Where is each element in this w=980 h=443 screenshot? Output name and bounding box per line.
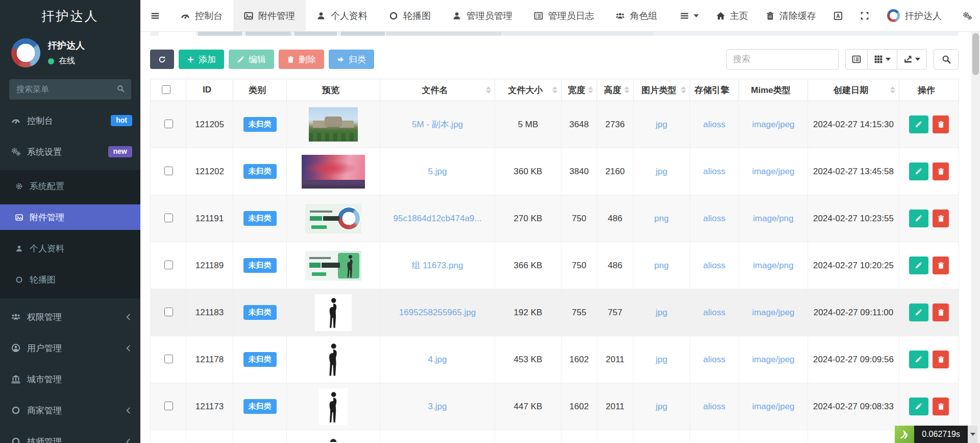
column-header-imagetype[interactable]: 图片类型	[633, 79, 690, 101]
imagetype-link[interactable]: jpg	[656, 167, 668, 176]
row-checkbox[interactable]	[164, 120, 173, 128]
row-edit-button[interactable]	[909, 351, 928, 368]
filename-link[interactable]: 95c1864d12cb474a9...	[394, 214, 482, 223]
mime-link[interactable]: image/jpeg	[752, 167, 794, 176]
filename-link[interactable]: 5.jpg	[428, 167, 447, 176]
preview-image[interactable]	[302, 155, 365, 189]
row-delete-button[interactable]	[933, 162, 949, 180]
storage-link[interactable]: alioss	[703, 120, 725, 129]
vertical-scrollbar[interactable]	[971, 32, 980, 443]
sidebar-item-system-config[interactable]: 系统配置	[0, 173, 140, 199]
refresh-button[interactable]	[150, 50, 174, 69]
imagetype-link[interactable]: jpg	[656, 402, 668, 411]
imagetype-link[interactable]: png	[654, 261, 669, 270]
delete-button[interactable]: 删除	[279, 50, 324, 69]
debugbar-toggle[interactable]	[968, 426, 977, 443]
preview-image[interactable]	[305, 251, 361, 281]
language-button[interactable]	[825, 0, 851, 31]
row-delete-button[interactable]	[933, 304, 949, 321]
sidebar-item-attachment[interactable]: 附件管理	[0, 204, 140, 230]
settings-button[interactable]	[950, 0, 977, 31]
row-delete-button[interactable]	[933, 398, 949, 415]
row-edit-button[interactable]	[909, 115, 928, 133]
mime-link[interactable]: image/jpeg	[752, 308, 794, 317]
thinkphp-logo-icon[interactable]	[895, 426, 914, 443]
table-search-input[interactable]	[726, 49, 839, 69]
row-delete-button[interactable]	[933, 257, 949, 274]
tab-console[interactable]: 控制台	[170, 0, 233, 31]
storage-link[interactable]: alioss	[703, 355, 725, 364]
sidebar-item-city-management[interactable]: 城市管理	[0, 366, 140, 392]
user-menu[interactable]: 扞护达人	[878, 0, 950, 31]
sidebar-item-permission[interactable]: 权限管理	[0, 304, 140, 330]
columns-dropdown-button[interactable]	[867, 49, 897, 69]
storage-link[interactable]: alioss	[703, 214, 725, 223]
storage-link[interactable]: alioss	[703, 308, 725, 317]
row-edit-button[interactable]	[909, 209, 928, 227]
sort-icon[interactable]	[624, 86, 629, 94]
filename-link[interactable]: 4.jpg	[428, 355, 447, 364]
sidebar-item-carousel[interactable]: 轮播图	[0, 267, 140, 292]
edit-button[interactable]: 编辑	[229, 50, 274, 69]
row-checkbox[interactable]	[164, 167, 173, 175]
tab-admin-management[interactable]: 管理员管理	[442, 0, 523, 31]
tab-role-group[interactable]: 角色组	[605, 0, 668, 31]
row-edit-button[interactable]	[909, 257, 928, 274]
preview-image[interactable]	[309, 107, 358, 142]
tab-list-dropdown-button[interactable]	[671, 0, 707, 31]
sidebar-item-user-management[interactable]: 用户管理	[0, 335, 140, 361]
storage-link[interactable]: alioss	[703, 167, 725, 176]
imagetype-link[interactable]: jpg	[656, 308, 668, 317]
filename-link[interactable]: 1695258255965.jpg	[399, 308, 476, 317]
filename-link[interactable]: 组 11673.png	[412, 261, 463, 270]
preview-image[interactable]	[323, 431, 344, 442]
column-header-created[interactable]: 创建日期	[808, 79, 899, 101]
sort-icon[interactable]	[588, 86, 593, 94]
sidebar-search-input[interactable]	[9, 79, 131, 100]
preview-image[interactable]	[323, 341, 344, 379]
mime-link[interactable]: image/jpeg	[752, 120, 794, 129]
tab-carousel[interactable]: 轮播图	[378, 0, 442, 31]
sidebar-toggle-button[interactable]	[140, 0, 170, 31]
sidebar-item-profile[interactable]: 个人资料	[0, 236, 140, 261]
scrollbar-thumb[interactable]	[972, 33, 979, 75]
sidebar-item-merchant-management[interactable]: 商家管理	[0, 398, 140, 423]
sidebar-item-system-settings[interactable]: 系统设置 new	[0, 139, 140, 165]
select-all-checkbox[interactable]	[162, 85, 170, 94]
column-header-filesize[interactable]: 文件大小	[495, 79, 561, 101]
row-checkbox[interactable]	[164, 214, 173, 222]
preview-image[interactable]	[315, 294, 352, 331]
row-delete-button[interactable]	[933, 209, 949, 227]
sort-icon[interactable]	[486, 86, 491, 94]
detail-view-button[interactable]	[845, 49, 868, 69]
row-checkbox[interactable]	[164, 308, 173, 316]
imagetype-link[interactable]: jpg	[656, 120, 668, 129]
sort-icon[interactable]	[890, 86, 895, 94]
column-header-id[interactable]: ID	[186, 79, 233, 101]
tab-profile[interactable]: 个人资料	[306, 0, 378, 31]
mime-link[interactable]: image/jpeg	[752, 355, 794, 364]
row-edit-button[interactable]	[909, 162, 928, 180]
preview-image[interactable]	[319, 388, 348, 425]
export-dropdown-button[interactable]	[897, 49, 927, 69]
row-checkbox[interactable]	[164, 261, 173, 269]
row-delete-button[interactable]	[933, 115, 949, 133]
column-header-storage[interactable]: 存储引擎	[690, 79, 739, 101]
column-header-width[interactable]: 宽度	[561, 79, 597, 101]
sort-icon[interactable]	[681, 86, 686, 94]
preview-image[interactable]	[305, 204, 361, 234]
imagetype-link[interactable]: png	[654, 214, 669, 223]
add-button[interactable]: 添加	[179, 50, 224, 69]
search-toggle-button[interactable]	[934, 49, 959, 69]
row-edit-button[interactable]	[909, 398, 928, 415]
column-header-mime[interactable]: Mime类型	[739, 79, 808, 101]
row-checkbox[interactable]	[164, 355, 173, 363]
search-icon[interactable]	[117, 85, 125, 92]
column-header-preview[interactable]: 预览	[287, 79, 380, 101]
filename-link[interactable]: 3.jpg	[428, 402, 447, 411]
column-header-category[interactable]: 类别	[233, 79, 287, 101]
row-delete-button[interactable]	[933, 351, 949, 368]
row-edit-button[interactable]	[909, 304, 928, 321]
mime-link[interactable]: image/jpeg	[752, 402, 794, 411]
sort-icon[interactable]	[552, 86, 557, 94]
